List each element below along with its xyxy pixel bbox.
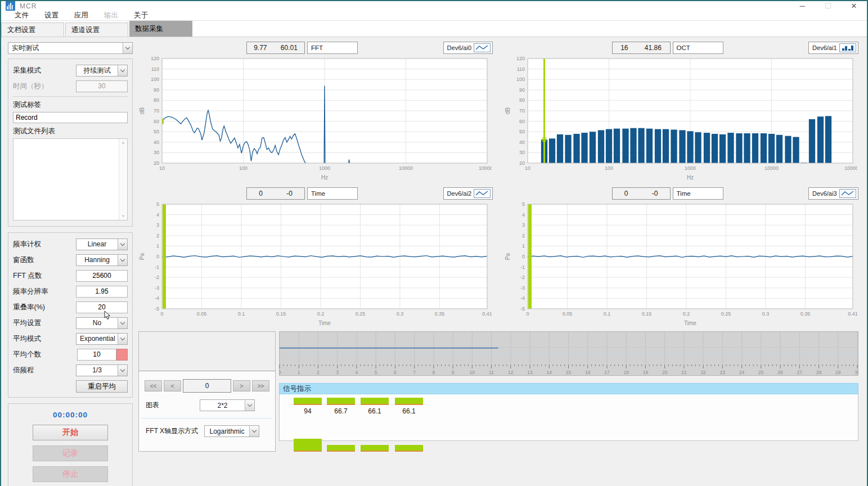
acquisition-group: 采集模式 持续测试 时间（秒） 测试标签 测试文件列表 bbox=[8, 58, 133, 227]
chart-header: 0 -0 Time Dev6/ai2 bbox=[246, 187, 493, 200]
average-mode-select[interactable]: Exponential bbox=[76, 333, 128, 345]
svg-text:120: 120 bbox=[516, 56, 524, 61]
svg-text:30: 30 bbox=[854, 370, 858, 375]
sidebar: 实时测试 采集模式 持续测试 时间（秒） 测试标签 测试 bbox=[7, 41, 134, 486]
tab-document-settings[interactable]: 文档设置 bbox=[1, 22, 64, 37]
acq-mode-select[interactable]: 持续测试 bbox=[76, 65, 128, 76]
svg-text:20: 20 bbox=[154, 160, 159, 166]
svg-text:40: 40 bbox=[154, 140, 159, 145]
average-count-field[interactable] bbox=[77, 349, 116, 361]
svg-text:10: 10 bbox=[524, 165, 530, 171]
bottom-strip: << < 0 > >> 图表 2*2 bbox=[138, 331, 862, 486]
svg-text:-4: -4 bbox=[155, 295, 159, 301]
chart-type-box[interactable]: Time bbox=[307, 187, 358, 200]
scroll-up-icon[interactable]: ▲ bbox=[121, 140, 125, 145]
restart-average-button[interactable]: 重启平均 bbox=[76, 380, 128, 393]
overlap-label: 重叠率(%) bbox=[13, 303, 76, 312]
page-number-field[interactable]: 0 bbox=[183, 379, 231, 393]
svg-text:3: 3 bbox=[156, 222, 159, 228]
chart-header: 9.77 60.01 FFT Dev6/ai0 bbox=[246, 41, 493, 54]
start-button[interactable]: 开始 bbox=[33, 425, 108, 440]
maximize-button[interactable]: ☐ bbox=[815, 1, 841, 11]
signal-channel-0: 94 bbox=[294, 398, 322, 415]
svg-text:1: 1 bbox=[298, 370, 300, 375]
fft-points-label: FFT 点数 bbox=[13, 271, 76, 281]
oct-chart[interactable]: 2030405060708090100110120101001000100001… bbox=[504, 55, 857, 181]
chevron-down-icon bbox=[118, 255, 127, 266]
channel-selector[interactable]: Dev6/ai1 bbox=[808, 42, 858, 54]
svg-text:110: 110 bbox=[151, 66, 159, 72]
app-icon bbox=[6, 1, 15, 11]
svg-text:70: 70 bbox=[519, 108, 524, 114]
divider bbox=[141, 418, 273, 418]
chart-type-box[interactable]: FFT bbox=[307, 42, 358, 54]
channel-selector[interactable]: Dev6/ai0 bbox=[443, 42, 493, 54]
svg-text:10000: 10000 bbox=[399, 165, 413, 171]
cursor-x-value: 0 bbox=[624, 190, 628, 197]
prev-page-button[interactable]: < bbox=[164, 380, 181, 392]
fft-xaxis-mode-select[interactable]: Logarithmic bbox=[204, 425, 259, 437]
cursor-readout: 9.77 60.01 bbox=[246, 42, 305, 54]
tab-channel-settings[interactable]: 通道设置 bbox=[65, 22, 128, 37]
svg-text:Hz: Hz bbox=[686, 174, 693, 181]
menu-application[interactable]: 应用 bbox=[66, 11, 96, 20]
fft-chart[interactable]: 2030405060708090100110120101001000100001… bbox=[138, 55, 492, 181]
close-button[interactable]: ✕ bbox=[841, 1, 867, 11]
svg-text:21: 21 bbox=[681, 370, 687, 375]
svg-text:12: 12 bbox=[508, 370, 514, 375]
record-timeline[interactable]: 0123456789101112131415161718192021222324… bbox=[279, 331, 858, 376]
scroll-down-icon[interactable]: ▼ bbox=[121, 214, 125, 219]
window-function-label: 窗函数 bbox=[13, 255, 76, 265]
svg-text:0.35: 0.35 bbox=[800, 311, 810, 317]
tab-data-acquisition[interactable]: 数据采集 bbox=[129, 21, 192, 37]
test-label-field[interactable] bbox=[13, 112, 128, 123]
divider bbox=[13, 96, 128, 97]
svg-text:-2: -2 bbox=[520, 274, 524, 280]
svg-text:3: 3 bbox=[336, 370, 339, 375]
window-function-select[interactable]: Hanning bbox=[76, 254, 128, 266]
svg-text:6: 6 bbox=[394, 370, 397, 375]
svg-text:0.25: 0.25 bbox=[721, 311, 731, 317]
freq-resolution-field[interactable] bbox=[76, 286, 128, 298]
cursor-x-value: 9.77 bbox=[254, 44, 267, 52]
svg-text:5: 5 bbox=[375, 370, 377, 375]
scrollbar[interactable]: ▲ ▼ bbox=[119, 139, 127, 220]
first-page-button[interactable]: << bbox=[145, 380, 162, 392]
fft-points-field[interactable] bbox=[76, 270, 128, 282]
chart-type-box[interactable]: OCT bbox=[673, 42, 723, 54]
octave-select[interactable]: 1/3 bbox=[76, 364, 128, 376]
svg-text:0.3: 0.3 bbox=[397, 311, 404, 317]
menu-settings[interactable]: 设置 bbox=[37, 11, 66, 20]
signal-channel-2: 66.1 bbox=[361, 398, 389, 415]
channel-selector[interactable]: Dev6/ai3 bbox=[808, 187, 858, 200]
chevron-down-icon bbox=[123, 43, 132, 53]
bar-chart-icon bbox=[839, 43, 856, 52]
app-window: MCR ─ ☐ ✕ 文件 设置 应用 输出 关于 文档设置 通道设置 数据采集 … bbox=[0, 0, 868, 486]
average-setting-select[interactable]: No bbox=[76, 317, 128, 329]
last-page-button[interactable]: >> bbox=[252, 380, 269, 392]
chart-type-box[interactable]: Time bbox=[673, 187, 723, 200]
menu-about[interactable]: 关于 bbox=[126, 11, 156, 20]
test-file-list[interactable]: ▲ ▼ bbox=[13, 138, 128, 220]
svg-text:4: 4 bbox=[521, 212, 524, 218]
overlap-field[interactable] bbox=[76, 302, 128, 313]
svg-text:0.35: 0.35 bbox=[435, 311, 445, 317]
svg-text:60: 60 bbox=[519, 119, 524, 124]
channel-selector[interactable]: Dev6/ai2 bbox=[443, 187, 493, 200]
preview-box bbox=[139, 332, 275, 371]
time-chart-ai3[interactable]: -5-4-3-2-101234500.050.10.150.20.250.30.… bbox=[504, 201, 857, 327]
minimize-button[interactable]: ─ bbox=[789, 1, 815, 11]
freq-weighting-select[interactable]: Linear bbox=[76, 238, 128, 250]
test-mode-select[interactable]: 实时测试 bbox=[8, 42, 133, 54]
time-chart-ai2[interactable]: -5-4-3-2-101234500.050.10.150.20.250.30.… bbox=[138, 201, 492, 327]
svg-text:13: 13 bbox=[527, 370, 533, 375]
chart-layout-select[interactable]: 2*2 bbox=[200, 399, 255, 411]
menu-file[interactable]: 文件 bbox=[7, 11, 37, 20]
svg-text:-4: -4 bbox=[520, 295, 524, 301]
svg-text:28: 28 bbox=[816, 370, 822, 375]
average-count-label: 平均个数 bbox=[13, 350, 77, 359]
next-page-button[interactable]: > bbox=[233, 380, 250, 392]
navigation-panel: << < 0 > >> 图表 2*2 bbox=[138, 331, 276, 452]
svg-text:1: 1 bbox=[521, 243, 524, 249]
signal-indicator-section: 信号指示 94 bbox=[279, 383, 858, 441]
